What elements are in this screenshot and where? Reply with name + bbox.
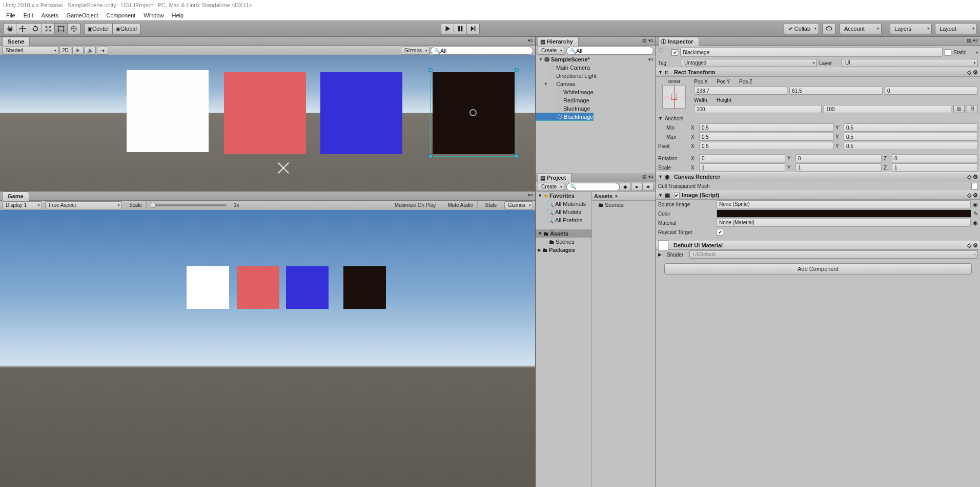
2d-toggle-button[interactable]: 2D [59, 47, 71, 55]
image-component-header[interactable]: ▼▣✔Image (Script)◇ ⚙ [656, 190, 980, 200]
static-checkbox[interactable] [945, 49, 951, 56]
menu-gameobject[interactable]: GameObject [63, 10, 103, 20]
hierarchy-item-blue-image[interactable]: BlueImage [536, 104, 656, 113]
color-swatch[interactable] [717, 209, 971, 218]
scale-tool-button[interactable] [42, 23, 55, 34]
tab-project[interactable]: ▤ Project [538, 173, 571, 182]
image-enable-checkbox[interactable]: ✔ [674, 193, 680, 198]
mute-audio-toggle[interactable]: Mute Audio [443, 201, 478, 209]
collab-dropdown[interactable]: ✔ Collab [784, 23, 819, 34]
menu-component[interactable]: Component [102, 10, 139, 20]
object-name-input[interactable] [680, 48, 943, 57]
hierarchy-item-directional-light[interactable]: Directional Light [536, 72, 656, 80]
rotate-tool-button[interactable] [29, 23, 42, 34]
fx-toggle-button[interactable]: ▫▾ [97, 47, 108, 55]
raw-edit-button[interactable]: R [967, 105, 978, 113]
anchor-min-y-input[interactable] [844, 123, 978, 132]
project-content[interactable]: Assets▸ 🖿Scenes [592, 192, 656, 487]
active-checkbox[interactable]: ✔ [671, 49, 678, 56]
anchor-preset-button[interactable] [662, 85, 686, 109]
rot-x-input[interactable] [699, 154, 785, 162]
posx-input[interactable] [694, 87, 787, 95]
menu-assets[interactable]: Assets [37, 10, 63, 20]
pivot-global-button[interactable]: ◉ Global [112, 23, 140, 34]
cull-checkbox[interactable] [971, 183, 978, 189]
blueprint-button[interactable]: ⊞ [953, 105, 965, 113]
hierarchy-create-dropdown[interactable]: Create [538, 47, 564, 55]
scene-view[interactable] [0, 55, 535, 192]
eyedropper-icon[interactable]: ✎ [973, 210, 978, 217]
search-save-icon[interactable]: ★ [642, 183, 654, 191]
layers-dropdown[interactable]: Layers [890, 23, 932, 34]
game-view[interactable] [0, 210, 535, 487]
project-breadcrumb[interactable]: Assets▸ [592, 192, 656, 201]
hand-tool-button[interactable] [3, 23, 16, 34]
anchors-label[interactable]: Anchors [665, 116, 696, 121]
gizmos-dropdown[interactable]: Gizmos [401, 47, 430, 55]
pivot-y-input[interactable] [844, 142, 978, 150]
rect-transform-header[interactable]: ▼⌗Rect Transform◇ ⚙ [656, 68, 980, 77]
menu-file[interactable]: File [2, 10, 19, 20]
account-dropdown[interactable]: Account [840, 23, 882, 34]
tag-dropdown[interactable]: Untagged [681, 59, 817, 67]
pivot-x-input[interactable] [699, 142, 833, 150]
posy-input[interactable] [789, 87, 883, 95]
panel-menu-icon[interactable]: ▤ ▾≡ [642, 38, 654, 43]
panel-menu-icon[interactable]: ▾≡ [528, 193, 533, 198]
scale-z-input[interactable] [892, 163, 978, 172]
layout-dropdown[interactable]: Layout [935, 23, 977, 34]
object-picker-icon[interactable]: ◉ [973, 220, 978, 226]
game-gizmos-dropdown[interactable]: Gizmos [504, 201, 533, 209]
scene-search-input[interactable]: 🔍All [431, 47, 533, 55]
shader-dropdown[interactable]: UI/Default [689, 250, 978, 259]
project-fav-materials[interactable]: 🔍All Materials [536, 200, 591, 208]
hierarchy-tree[interactable]: ▼SampleScene*▾≡ Main Camera Directional … [536, 55, 656, 173]
menu-window[interactable]: Window [139, 10, 168, 20]
object-picker-icon[interactable]: ◉ [973, 201, 978, 208]
tab-scene[interactable]: Scene [2, 37, 30, 46]
transform-tool-button[interactable] [67, 23, 80, 34]
material-header[interactable]: Default UI Material◇ ⚙ [656, 241, 980, 250]
rect-tool-button[interactable] [54, 23, 68, 34]
rot-y-input[interactable] [795, 154, 882, 162]
hierarchy-item-main-camera[interactable]: Main Camera [536, 63, 656, 72]
display-dropdown[interactable]: Display 1 [2, 201, 42, 209]
project-assets-folder[interactable]: ▼🖿Assets [536, 229, 591, 238]
hierarchy-scene[interactable]: ▼SampleScene*▾≡ [536, 55, 656, 63]
project-search-input[interactable]: 🔍 [566, 183, 620, 191]
hierarchy-item-white-image[interactable]: WhiteImage [536, 88, 656, 96]
step-button[interactable] [466, 23, 480, 34]
project-fav-models[interactable]: 🔍All Models [536, 208, 591, 216]
lighting-toggle-button[interactable]: ☀ [72, 47, 84, 55]
move-tool-button[interactable] [16, 23, 29, 34]
pause-button[interactable] [454, 23, 467, 34]
project-favorites[interactable]: ▼★Favorites [536, 192, 591, 200]
search-type-icon[interactable]: ● [631, 183, 642, 191]
raycast-checkbox[interactable]: ✔ [717, 229, 723, 236]
material-field[interactable]: None (Material) [717, 219, 971, 227]
menu-edit[interactable]: Edit [19, 10, 37, 20]
height-input[interactable] [824, 105, 951, 113]
project-packages-folder[interactable]: ▶🖿Packages [536, 246, 591, 254]
hierarchy-item-red-image[interactable]: RedImage [536, 96, 656, 104]
anchor-max-x-input[interactable] [699, 133, 833, 141]
posz-input[interactable] [885, 87, 978, 95]
audio-toggle-button[interactable]: 🔊 [85, 47, 96, 55]
anchor-min-x-input[interactable] [699, 123, 833, 132]
cloud-button[interactable] [822, 23, 835, 34]
scale-x-input[interactable] [699, 163, 785, 172]
add-component-button[interactable]: Add Component [664, 263, 972, 274]
project-item-scenes[interactable]: 🖿Scenes [592, 201, 656, 209]
project-scenes-folder[interactable]: 🖿Scenes [536, 238, 591, 246]
hierarchy-item-black-image[interactable]: BlackImage [536, 113, 594, 121]
project-tree[interactable]: ▼★Favorites 🔍All Materials 🔍All Models 🔍… [536, 192, 592, 487]
tab-hierarchy[interactable]: ▤ Hierarchy [538, 37, 579, 46]
hierarchy-item-canvas[interactable]: ▼Canvas [536, 80, 656, 88]
rot-z-input[interactable] [892, 154, 978, 162]
panel-menu-icon[interactable]: ▤ ▾≡ [967, 38, 978, 43]
scale-y-input[interactable] [795, 163, 882, 172]
anchor-max-y-input[interactable] [844, 133, 978, 141]
project-create-dropdown[interactable]: Create [538, 183, 564, 191]
panel-menu-icon[interactable]: ▤ ▾≡ [642, 174, 654, 179]
tab-game[interactable]: Game [2, 192, 29, 201]
